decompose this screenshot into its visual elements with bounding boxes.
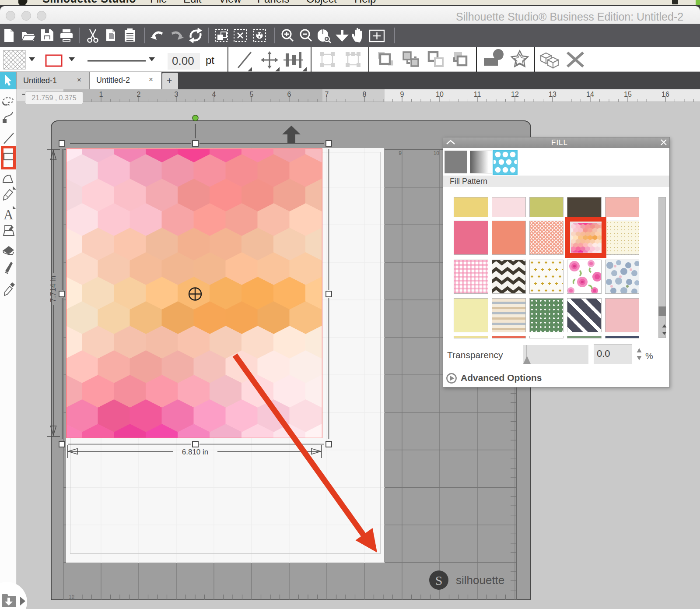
svg-text:silhouette: silhouette [456, 574, 504, 587]
svg-text:6.810 in: 6.810 in [182, 448, 209, 456]
svg-text:S: S [435, 573, 443, 588]
svg-text:A: A [4, 207, 14, 222]
svg-text:7.714 in: 7.714 in [49, 276, 57, 303]
